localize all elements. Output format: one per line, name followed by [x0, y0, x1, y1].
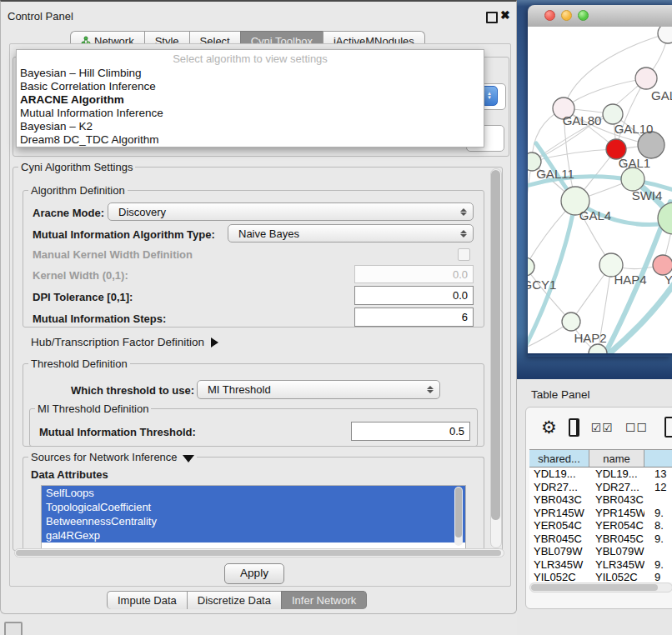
network-canvas[interactable]: GALGAL80GAL10GAL1GAL11SWI4GAL4GCY1HAP4YH…: [528, 27, 672, 353]
kernel-width-field[interactable]: [354, 265, 474, 283]
table-row[interactable]: YIL052CYIL052C9: [529, 571, 672, 582]
table-row[interactable]: YER054CYER054C8.: [529, 519, 672, 532]
tab-infer-network[interactable]: Infer Network: [281, 591, 367, 609]
sources-title[interactable]: Sources for Network Inference: [28, 451, 197, 463]
table-cell: YBL079W: [589, 545, 644, 558]
collapsed-arrow-icon: [211, 338, 218, 348]
algorithm-option[interactable]: ARACNE Algorithm: [17, 93, 484, 107]
table-cell: 9.: [644, 532, 672, 546]
which-threshold-combobox[interactable]: MI Threshold: [197, 380, 440, 399]
select-all-checks-icon[interactable]: ☑☑: [591, 421, 614, 434]
close-icon[interactable]: ✖: [500, 8, 510, 22]
table-cell: YBL079W: [529, 545, 589, 558]
algorithm-option[interactable]: Mutual Information Inference: [17, 107, 484, 120]
column-header-shared-name[interactable]: shared...: [529, 450, 589, 467]
table-cell: [644, 493, 672, 507]
mi-threshold-field[interactable]: [351, 422, 470, 441]
table-cell: YER054C: [589, 519, 644, 532]
table-header-row: shared... name: [529, 449, 672, 468]
column-header-partial[interactable]: [644, 450, 672, 467]
network-window-titlebar[interactable]: [528, 5, 672, 28]
table-row[interactable]: YBR045CYBR045C9.: [529, 532, 672, 546]
table-row[interactable]: YLR345WYLR345W9.: [529, 558, 672, 572]
node-label: HAP2: [574, 331, 606, 345]
node-gcy1[interactable]: [528, 258, 534, 276]
gear-icon[interactable]: ⚙: [541, 418, 557, 438]
mi-algorithm-type-combobox[interactable]: Naive Bayes: [228, 224, 474, 242]
mac-close-button[interactable]: [544, 10, 555, 21]
tab-impute-data[interactable]: Impute Data: [107, 591, 187, 609]
node-gal7[interactable]: [635, 68, 657, 89]
node-partial-top[interactable]: [658, 27, 672, 43]
table-row[interactable]: YBL079WYBL079W: [529, 545, 672, 558]
group-title: Threshold Definition: [28, 358, 130, 370]
table-row[interactable]: YDR27...YDR27...12: [529, 481, 672, 494]
mi-threshold-label: Mutual Information Threshold:: [39, 426, 196, 438]
columns-icon[interactable]: [569, 418, 579, 437]
scrollbar-thumb[interactable]: [491, 170, 500, 520]
dropdown-placeholder: Select algorithm to view settings: [17, 50, 484, 67]
algorithm-dropdown-popup: Select algorithm to view settings Bayesi…: [16, 49, 484, 148]
group-title: MI Threshold Definition: [35, 402, 151, 415]
mac-zoom-button[interactable]: [578, 10, 589, 21]
group-title: Cyni Algorithm Settings: [18, 161, 135, 173]
tab-label: Infer Network: [292, 594, 356, 607]
apply-button[interactable]: Apply: [224, 563, 284, 584]
node-partial-bottom[interactable]: [589, 344, 607, 353]
node-hap2[interactable]: [562, 312, 580, 331]
attribute-item[interactable]: BetweennessCentrality: [42, 514, 465, 528]
dpi-tolerance-field[interactable]: [354, 286, 474, 305]
expanded-arrow-icon: [183, 455, 194, 462]
scrollbar-thumb[interactable]: [531, 584, 658, 591]
attribute-item[interactable]: gal4RGexp: [42, 528, 465, 542]
mac-minimize-button[interactable]: [561, 10, 572, 21]
node-table-body: YDL19...YDL19...13YDR27...YDR27...12YBR0…: [529, 468, 672, 582]
table-cell: YLR345W: [589, 558, 644, 572]
table-row[interactable]: YDL19...YDL19...13: [529, 468, 672, 481]
algorithm-dropdown-list: Bayesian – Hill ClimbingBasic Correlatio…: [17, 67, 484, 147]
mi-steps-field[interactable]: [354, 308, 474, 327]
scrollbar-thumb[interactable]: [455, 488, 462, 538]
table-panel-box: ⚙ ☑☑ ☐☐ shared... name YDL19...YDL19...1…: [525, 407, 672, 609]
table-cell: YPR145W: [589, 507, 644, 520]
column-header-name[interactable]: name: [589, 450, 644, 467]
table-cell: YBR043C: [529, 493, 589, 507]
node-swi4[interactable]: [621, 168, 644, 191]
float-panel-icon[interactable]: [486, 12, 498, 23]
deselect-all-checks-icon[interactable]: ☐☐: [625, 421, 648, 434]
hub-section-toggle[interactable]: Hub/Transcription Factor Definition: [31, 336, 218, 348]
docked-panel-icon[interactable]: [4, 622, 23, 635]
scrollbar-thumb[interactable]: [16, 550, 501, 556]
tab-label: Impute Data: [118, 594, 177, 607]
tab-discretize-data[interactable]: Discretize Data: [187, 591, 281, 609]
table-cell: 12: [644, 481, 672, 494]
combo-value: MI Threshold: [198, 383, 424, 396]
tab-label: Discretize Data: [198, 594, 271, 607]
screen: Control Panel ✖ Network Style Select Cyn…: [0, 0, 672, 635]
algorithm-option[interactable]: Dream8 DC_TDC Algorithm: [17, 133, 484, 147]
node-label: GAL4: [579, 208, 611, 222]
node-label: GAL1: [619, 156, 650, 170]
document-icon[interactable]: [664, 417, 672, 438]
table-cell: YPR145W: [529, 507, 589, 520]
algorithm-option[interactable]: Bayesian – Hill Climbing: [17, 67, 484, 80]
control-panel-titlebar: Control Panel ✖: [1, 3, 516, 27]
manual-kernel-width-checkbox[interactable]: [458, 248, 470, 261]
table-row[interactable]: YPR145WYPR145W9.: [529, 507, 672, 520]
table-panel-section: Table Panel ⚙ ☑☑ ☐☐ shared... name YDL19…: [517, 379, 672, 635]
which-threshold-label: Which threshold to use:: [71, 384, 194, 397]
network-edge: [564, 78, 646, 108]
data-attributes-list[interactable]: SelfLoopsTopologicalCoefficientBetweenne…: [41, 485, 466, 549]
node-label: GCY1: [528, 278, 556, 292]
table-cell: YDL19...: [529, 468, 589, 481]
algorithm-option[interactable]: Bayesian – K2: [17, 120, 484, 133]
aracne-mode-combobox[interactable]: Discovery: [108, 202, 474, 221]
table-row[interactable]: YBR043CYBR043C: [529, 493, 672, 507]
table-cell: YDL19...: [589, 468, 644, 481]
attribute-item[interactable]: TopologicalCoefficient: [42, 500, 465, 514]
manual-kernel-width-label: Manual Kernel Width Definition: [33, 248, 193, 261]
table-cell: YLR345W: [529, 558, 589, 572]
algorithm-option[interactable]: Basic Correlation Inference: [17, 80, 484, 93]
table-cell: 13: [644, 468, 672, 481]
attribute-item[interactable]: SelfLoops: [42, 486, 465, 500]
